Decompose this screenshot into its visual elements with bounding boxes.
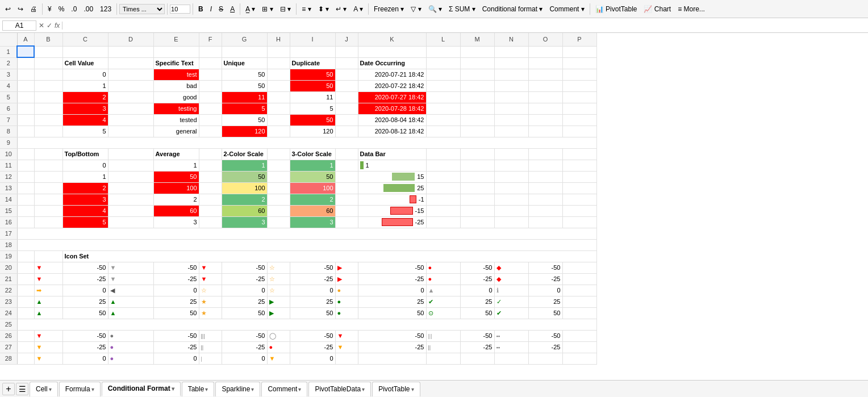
undo-button[interactable]: ↩: [2, 4, 14, 14]
cell-l1[interactable]: [426, 46, 460, 57]
tab-sparkline[interactable]: Sparkline ▾: [215, 382, 260, 396]
cell-i16[interactable]: 3: [290, 216, 335, 228]
cell-b4[interactable]: [34, 80, 62, 91]
cell-j6[interactable]: [335, 103, 358, 114]
italic-button[interactable]: I: [207, 4, 215, 14]
cell-c3[interactable]: 0: [62, 69, 108, 80]
cell-l21[interactable]: ●: [426, 273, 460, 285]
cell-h24[interactable]: ▶: [267, 307, 290, 319]
cell-j12[interactable]: [335, 171, 358, 182]
cell-g6[interactable]: 5: [222, 103, 267, 114]
cell-a13[interactable]: [17, 182, 34, 194]
cell-p27[interactable]: [562, 341, 596, 353]
cell-c10[interactable]: Top/Bottom: [62, 148, 108, 160]
cell-k5[interactable]: 2020-07-27 18:42: [358, 91, 426, 103]
cell-g1[interactable]: [222, 46, 267, 57]
cell-a23[interactable]: [17, 296, 34, 307]
col-d[interactable]: D: [108, 33, 153, 46]
cell-h1[interactable]: [267, 46, 290, 57]
cell-o21[interactable]: -25: [528, 273, 562, 285]
cell-h28[interactable]: ▼: [267, 353, 290, 364]
cell-i14[interactable]: 2: [290, 194, 335, 205]
align-h-button[interactable]: ≡ ▾: [299, 4, 314, 14]
cell-k16[interactable]: -25: [358, 216, 426, 228]
cell-l16[interactable]: [426, 216, 460, 228]
cell-k28[interactable]: [358, 353, 426, 364]
cell-e26[interactable]: -50: [153, 330, 199, 341]
cell-o11[interactable]: [528, 160, 562, 171]
cell-m13[interactable]: [460, 182, 494, 194]
cell-e7[interactable]: tested: [153, 114, 199, 126]
cell-m2[interactable]: [460, 57, 494, 69]
cell-b14[interactable]: [34, 194, 62, 205]
cell-o7[interactable]: [528, 114, 562, 126]
more-button[interactable]: ≡ More...: [675, 4, 708, 14]
cell-l6[interactable]: [426, 103, 460, 114]
sum-button[interactable]: Σ SUM ▾: [446, 4, 478, 14]
cell-p23[interactable]: [562, 296, 596, 307]
cell-i13[interactable]: 100: [290, 182, 335, 194]
cell-e20[interactable]: -50: [153, 262, 199, 273]
cell-l3[interactable]: [426, 69, 460, 80]
cell-d11[interactable]: [108, 160, 153, 171]
cell-a24[interactable]: [17, 307, 34, 319]
cell-a19[interactable]: [17, 250, 34, 262]
cell-o15[interactable]: [528, 205, 562, 216]
cell-g23[interactable]: 25: [222, 296, 267, 307]
cell-j2[interactable]: [335, 57, 358, 69]
cell-l8[interactable]: [426, 126, 460, 137]
cell-p11[interactable]: [562, 160, 596, 171]
cell-d23[interactable]: ▲: [108, 296, 153, 307]
cell-f23[interactable]: ★: [199, 296, 222, 307]
cell-c20[interactable]: -50: [62, 262, 108, 273]
cell-k24[interactable]: 50: [358, 307, 426, 319]
cell-l22[interactable]: ▲: [426, 285, 460, 296]
cell-m27[interactable]: -25: [460, 341, 494, 353]
cell-l4[interactable]: [426, 80, 460, 91]
cell-b10[interactable]: [34, 148, 62, 160]
cell-i5[interactable]: 11: [290, 91, 335, 103]
cell-p1[interactable]: [562, 46, 596, 57]
cell-l13[interactable]: [426, 182, 460, 194]
cell-g3[interactable]: 50: [222, 69, 267, 80]
cell-d5[interactable]: [108, 91, 153, 103]
col-g[interactable]: G: [222, 33, 267, 46]
cell-l7[interactable]: [426, 114, 460, 126]
cell-c14[interactable]: 3: [62, 194, 108, 205]
cell-e6[interactable]: testing: [153, 103, 199, 114]
number-format-button[interactable]: 123: [97, 4, 114, 14]
cell-a8[interactable]: [17, 126, 34, 137]
cell-m4[interactable]: [460, 80, 494, 91]
cell-c4[interactable]: 1: [62, 80, 108, 91]
cell-k2[interactable]: Date Occurring: [358, 57, 426, 69]
cell-e11[interactable]: 1: [153, 160, 199, 171]
cell-p28[interactable]: [562, 353, 596, 364]
cell-k13[interactable]: 25: [358, 182, 426, 194]
cell-p13[interactable]: [562, 182, 596, 194]
cell-h27[interactable]: ●: [267, 341, 290, 353]
cell-e15[interactable]: 60: [153, 205, 199, 216]
cell-i15[interactable]: 60: [290, 205, 335, 216]
cell-b19[interactable]: [34, 250, 62, 262]
cell-e3[interactable]: test: [153, 69, 199, 80]
filter-button[interactable]: ▽ ▾: [408, 4, 424, 14]
cell-a5[interactable]: [17, 91, 34, 103]
cell-c15[interactable]: 4: [62, 205, 108, 216]
cell-f7[interactable]: [199, 114, 222, 126]
cell-d26[interactable]: ●: [108, 330, 153, 341]
cell-a15[interactable]: [17, 205, 34, 216]
cell-g15[interactable]: 60: [222, 205, 267, 216]
cell-a26[interactable]: [17, 330, 34, 341]
cell-c7[interactable]: 4: [62, 114, 108, 126]
cell-e8[interactable]: general: [153, 126, 199, 137]
cell-c5[interactable]: 2: [62, 91, 108, 103]
cell-d28[interactable]: ●: [108, 353, 153, 364]
cell-l5[interactable]: [426, 91, 460, 103]
cell-c1[interactable]: [62, 46, 108, 57]
cell-e16[interactable]: 3: [153, 216, 199, 228]
cell-p26[interactable]: [562, 330, 596, 341]
cell-p24[interactable]: [562, 307, 596, 319]
comment-button[interactable]: Comment ▾: [546, 4, 587, 14]
col-j[interactable]: J: [335, 33, 358, 46]
cell-b16[interactable]: [34, 216, 62, 228]
